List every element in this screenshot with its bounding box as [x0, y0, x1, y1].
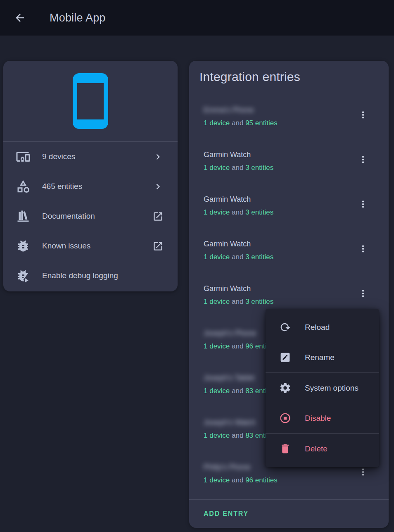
entry-summary: 1 device and 3 entities — [204, 297, 356, 307]
entry-entities-link[interactable]: 3 entities — [245, 208, 273, 216]
stop-circle-icon — [279, 412, 291, 424]
cellphone-icon — [73, 73, 108, 129]
dots-vertical-icon — [358, 288, 368, 299]
entry-entities-link[interactable]: 3 entities — [245, 298, 273, 305]
entry-devices-link[interactable]: 1 device — [204, 119, 230, 127]
info-row-list: 9 devices465 entitiesDocumentationKnown … — [3, 142, 178, 291]
rename-icon — [279, 351, 291, 363]
dots-vertical-icon — [358, 154, 368, 165]
entry-name: Garmin Watch — [204, 194, 251, 204]
menu-item-label: System options — [305, 384, 358, 393]
app-header: Mobile App — [0, 0, 394, 36]
entry-summary-conjunction: and — [230, 342, 245, 350]
entry-summary-conjunction: and — [230, 119, 245, 127]
integration-hero — [3, 61, 178, 142]
entry-menu-button[interactable] — [356, 151, 370, 168]
entry-menu-button[interactable] — [356, 285, 370, 302]
info-row-9-devices[interactable]: 9 devices — [3, 142, 178, 172]
bug-play-icon — [16, 268, 31, 283]
entry-menu-button[interactable] — [356, 107, 370, 123]
entry-devices-link[interactable]: 1 device — [204, 208, 230, 216]
entry-name: Garmin Watch — [204, 150, 251, 160]
chevron-right-icon — [152, 151, 164, 162]
menu-item-disable[interactable]: Disable — [266, 403, 379, 433]
add-entry-button[interactable]: ADD ENTRY — [204, 507, 249, 521]
entries-footer: ADD ENTRY — [189, 499, 389, 528]
open-in-new-icon — [152, 241, 164, 252]
entry-name: Joseph's Phone — [204, 328, 256, 338]
info-row-label: Enable debug logging — [42, 271, 164, 280]
open-in-new-icon — [152, 211, 164, 222]
entry-entities-link[interactable]: 3 entities — [245, 164, 273, 172]
menu-item-rename[interactable]: Rename — [266, 342, 379, 372]
entry-summary-conjunction: and — [230, 164, 245, 172]
entry-name: Garmin Watch — [204, 284, 251, 293]
back-button[interactable] — [10, 8, 30, 28]
dots-vertical-icon — [358, 467, 368, 477]
entry-summary-conjunction: and — [230, 253, 245, 261]
cog-icon — [279, 382, 291, 394]
integration-entry: Emma's Phone1 device and 95 entities — [189, 99, 389, 144]
entry-context-menu: ReloadRenameSystem optionsDisableDelete — [266, 309, 379, 467]
integration-info-card: 9 devices465 entitiesDocumentationKnown … — [3, 61, 178, 291]
entry-devices-link[interactable]: 1 device — [204, 253, 230, 261]
info-row-enable-debug-logging[interactable]: Enable debug logging — [3, 261, 178, 291]
entry-menu-button[interactable] — [356, 241, 370, 257]
menu-item-label: Disable — [305, 414, 331, 423]
entry-summary-conjunction: and — [230, 208, 245, 216]
info-row-documentation[interactable]: Documentation — [3, 201, 178, 231]
entry-devices-link[interactable]: 1 device — [204, 387, 230, 395]
bookshelf-icon — [16, 209, 31, 224]
menu-item-system-options[interactable]: System options — [266, 373, 379, 403]
info-row-label: 9 devices — [42, 152, 152, 161]
bug-icon — [16, 239, 31, 253]
entry-name: Joseph's Tablet — [204, 373, 254, 383]
entry-summary-conjunction: and — [230, 432, 245, 439]
entry-name: Philip's Phone — [204, 462, 251, 472]
info-row-label: Known issues — [42, 241, 152, 250]
reload-icon — [279, 321, 291, 333]
entry-devices-link[interactable]: 1 device — [204, 298, 230, 305]
entry-devices-link[interactable]: 1 device — [204, 432, 230, 439]
dots-vertical-icon — [358, 110, 368, 120]
entry-devices-link[interactable]: 1 device — [204, 342, 230, 350]
menu-item-label: Delete — [305, 444, 328, 453]
entry-menu-button[interactable] — [356, 196, 370, 212]
menu-item-delete[interactable]: Delete — [266, 434, 379, 464]
entry-devices-link[interactable]: 1 device — [204, 476, 230, 484]
entry-summary: 1 device and 96 entities — [204, 475, 356, 485]
entry-summary-conjunction: and — [230, 476, 245, 484]
entry-summary-conjunction: and — [230, 298, 245, 305]
entry-summary: 1 device and 3 entities — [204, 252, 356, 262]
entry-devices-link[interactable]: 1 device — [204, 164, 230, 172]
info-row-label: 465 entities — [42, 182, 152, 191]
menu-item-label: Rename — [305, 353, 335, 362]
integration-entry: Garmin Watch1 device and 3 entities — [189, 144, 389, 188]
entry-entities-link[interactable]: 95 entities — [245, 119, 278, 127]
integration-entry: Garmin Watch1 device and 3 entities — [189, 233, 389, 278]
chevron-right-icon — [152, 181, 164, 192]
entry-name: Joseph's Watch — [204, 417, 256, 427]
entry-name: Emma's Phone — [204, 105, 254, 115]
shapes-icon — [16, 179, 31, 194]
delete-icon — [279, 443, 291, 455]
menu-item-label: Reload — [305, 323, 330, 332]
info-row-465-entities[interactable]: 465 entities — [3, 172, 178, 201]
cellphone-screen — [77, 83, 104, 119]
entry-summary-conjunction: and — [230, 387, 245, 395]
entry-name: Garmin Watch — [204, 239, 251, 249]
integration-entry: Garmin Watch1 device and 3 entities — [189, 188, 389, 233]
entry-summary: 1 device and 3 entities — [204, 208, 356, 217]
entry-summary: 1 device and 3 entities — [204, 163, 356, 173]
dots-vertical-icon — [358, 243, 368, 254]
dots-vertical-icon — [358, 199, 368, 210]
entry-summary: 1 device and 95 entities — [204, 118, 356, 128]
page-title: Mobile App — [50, 12, 106, 24]
entry-entities-link[interactable]: 96 entities — [245, 476, 278, 484]
info-row-known-issues[interactable]: Known issues — [3, 231, 178, 261]
devices-icon — [16, 149, 31, 164]
menu-item-reload[interactable]: Reload — [266, 312, 379, 342]
arrow-left-icon — [14, 12, 26, 24]
entries-card-title: Integration entries — [199, 70, 300, 84]
entry-entities-link[interactable]: 3 entities — [245, 253, 273, 261]
